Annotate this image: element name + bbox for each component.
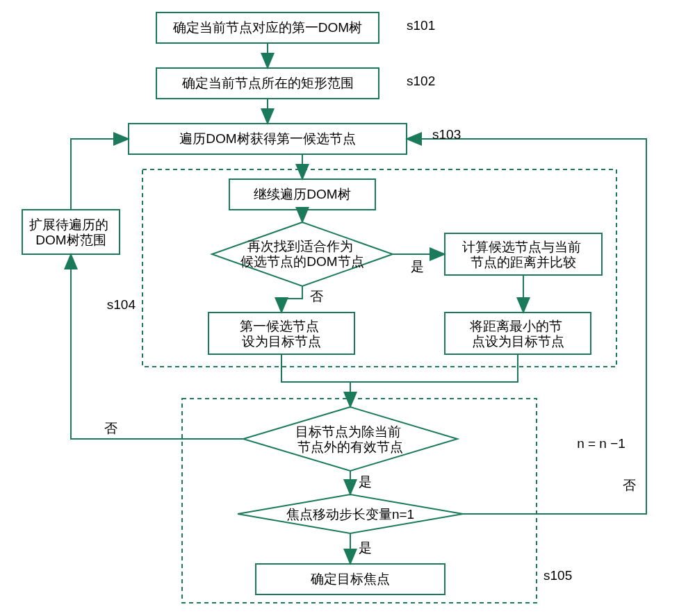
edge-no-1: 否: [310, 289, 323, 303]
step-label-s101: s101: [407, 18, 435, 33]
n-decrement-label: n = n −1: [577, 436, 626, 451]
step-label-s105: s105: [543, 568, 572, 583]
step-s102-text: 确定当前节点所在的矩形范围: [181, 76, 354, 90]
calc-distance-text: 计算候选节点与当前 节点的距离并比较: [462, 240, 584, 269]
edge-yes-1: 是: [411, 259, 424, 274]
set-min-dist-target-text: 将距离最小的节 点设为目标节点: [469, 319, 566, 349]
set-min-dist-line2: 点设为目标节点: [472, 334, 564, 349]
confirm-target-text: 确定目标焦点: [310, 572, 390, 586]
expand-scope-line2: DOM树范围: [35, 233, 106, 247]
calc-distance-line1: 计算候选节点与当前: [462, 240, 581, 254]
set-min-dist-line1: 将距离最小的节: [469, 319, 562, 333]
expand-scope-text: 扩展待遍历的 DOM树范围: [29, 217, 112, 247]
edge-no-2: 否: [104, 421, 117, 435]
set-first-target-text: 第一候选节点 设为目标节点: [240, 319, 322, 349]
calc-distance-line2: 节点的距离并比较: [471, 255, 576, 269]
set-first-target-line2: 设为目标节点: [242, 334, 321, 349]
step-eq-one-text: 焦点移动步长变量n=1: [286, 507, 414, 522]
step-label-s104: s104: [107, 297, 136, 312]
continue-traverse-text: 继续遍历DOM树: [254, 187, 350, 201]
edge-yes-3: 是: [359, 540, 372, 555]
edge-no-3: 否: [623, 478, 636, 492]
edge-yes-2: 是: [359, 474, 372, 489]
step-s101-text: 确定当前节点对应的第一DOM树: [172, 20, 362, 35]
valid-target-text: 目标节点为除当前 节点外的有效节点: [295, 424, 404, 454]
step-label-s103: s103: [432, 127, 461, 142]
valid-target-line1: 目标节点为除当前: [295, 424, 401, 439]
step-s103-text: 遍历DOM树获得第一候选节点: [179, 131, 355, 146]
found-candidate-line2: 候选节点的DOM节点: [240, 254, 363, 269]
flowchart-diagram: s101 s102 s103 s104 s105 确定当前节点对应的第一DOM树…: [0, 0, 695, 616]
expand-scope-line1: 扩展待遍历的: [29, 217, 108, 232]
valid-target-line2: 节点外的有效节点: [297, 440, 403, 454]
set-first-target-line1: 第一候选节点: [240, 319, 319, 333]
step-label-s102: s102: [407, 74, 435, 88]
found-candidate-text: 再次找到适合作为 候选节点的DOM节点: [240, 239, 363, 269]
found-candidate-line1: 再次找到适合作为: [247, 239, 353, 253]
